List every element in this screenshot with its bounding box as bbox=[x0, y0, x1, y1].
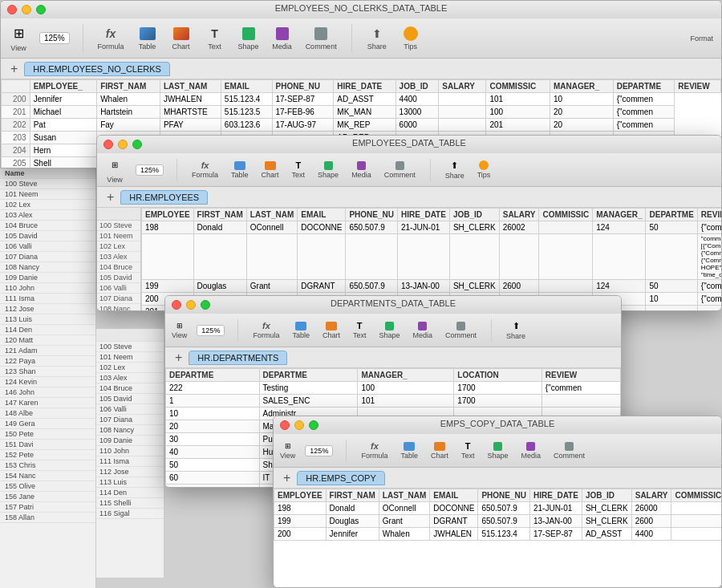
table-row: 200JenniferWhalenJWHALEN515.123.417-SEP-… bbox=[2, 93, 721, 106]
dept-shape-btn[interactable]: Shape bbox=[377, 320, 401, 341]
col-lastname: LAST_NAM bbox=[160, 80, 221, 93]
emps-table-btn[interactable]: Table bbox=[399, 440, 420, 461]
media-btn[interactable]: Media bbox=[270, 24, 294, 52]
formula-btn[interactable]: fx Formula bbox=[96, 24, 126, 52]
emps-media-btn[interactable]: Media bbox=[519, 440, 542, 461]
table-row: 198DonaldOConnellDOCONNE650.507.921-JUN-… bbox=[274, 502, 722, 515]
dept-media-btn[interactable]: Media bbox=[411, 320, 434, 341]
emps-zoom-box[interactable]: 125% bbox=[305, 445, 333, 456]
comment-btn[interactable]: Comment bbox=[304, 24, 339, 52]
left-sidebar: Name 100 Steve 101 Neem 102 Lex 103 Alex… bbox=[0, 168, 96, 588]
dept-col-2: DEPARTME bbox=[259, 369, 358, 382]
add-tab-btn[interactable]: + bbox=[7, 62, 21, 76]
view-section: ⊞ View bbox=[7, 25, 30, 52]
col-salary: SALARY bbox=[439, 80, 486, 93]
emp-min-button[interactable] bbox=[118, 140, 128, 149]
main-tab[interactable]: HR.EMPLOYEES_NO_CLERKS bbox=[24, 62, 170, 76]
emp-comment-btn[interactable]: Comment bbox=[383, 160, 417, 180]
emp-chart-btn[interactable]: Chart bbox=[260, 160, 281, 180]
zoom-box[interactable]: 125% bbox=[39, 32, 70, 44]
emps-window-title: EMPS_COPY_DATA_TABLE bbox=[440, 416, 554, 431]
emps-close-button[interactable] bbox=[280, 420, 290, 430]
table-btn[interactable]: Table bbox=[136, 24, 160, 52]
share-btn[interactable]: ⬆ Share bbox=[365, 24, 389, 52]
emps-comment-btn[interactable]: Comment bbox=[552, 440, 586, 461]
tips-btn[interactable]: Tips bbox=[399, 24, 423, 52]
emp-formula-btn[interactable]: fx Formula bbox=[190, 159, 220, 180]
col-review: REVIEW bbox=[675, 80, 721, 93]
emps-shape-btn[interactable]: Shape bbox=[485, 440, 509, 461]
emp-col-hire: HIRE_DATE bbox=[397, 209, 449, 221]
col-employee: EMPLOYEE_ bbox=[30, 80, 96, 93]
emps-chart-btn[interactable]: Chart bbox=[429, 440, 450, 461]
dept-table-btn[interactable]: Table bbox=[290, 320, 311, 341]
dept-window-title: DEPARTMENTS_DATA_TABLE bbox=[331, 296, 456, 310]
table-row: 1SALES_ENC1011700 bbox=[166, 395, 621, 408]
emps-col-5: PHONE_NU bbox=[478, 489, 530, 502]
dept-tab-bar: + HR.DEPARTMENTS bbox=[165, 347, 621, 368]
emp-text-btn[interactable]: T Text bbox=[290, 159, 307, 180]
shape-btn[interactable]: Shape bbox=[237, 24, 261, 52]
dept-formula-btn[interactable]: fx Formula bbox=[251, 319, 281, 341]
dept-share-btn[interactable]: ⬆ Share bbox=[505, 319, 527, 342]
dept-max-button[interactable] bbox=[201, 300, 210, 310]
emp-col-phone: PHONE_NU bbox=[346, 209, 398, 221]
emp-add-tab-btn[interactable]: + bbox=[103, 190, 117, 205]
emps-text-btn[interactable]: T Text bbox=[460, 440, 477, 461]
max-button[interactable] bbox=[36, 5, 46, 14]
emp-col-last: LAST_NAM bbox=[246, 209, 297, 221]
table-row: 198DonaldOConnellDOCONNE650.507.921-JUN-… bbox=[142, 221, 722, 234]
dept-text-btn[interactable]: T Text bbox=[351, 319, 368, 341]
emp-share-btn[interactable]: ⬆ Share bbox=[444, 159, 466, 181]
emps-max-button[interactable] bbox=[309, 420, 318, 430]
dept-chart-btn[interactable]: Chart bbox=[321, 320, 342, 341]
table-row: 200JenniferWhalenJWHALEN515.123.417-SEP-… bbox=[274, 528, 722, 541]
close-button[interactable] bbox=[7, 5, 17, 14]
emps-copy-window: EMPS_COPY_DATA_TABLE ⊞ View 125% fx Form… bbox=[273, 416, 722, 588]
col-email: EMAIL bbox=[221, 80, 272, 93]
emp-col-review: REVIEW bbox=[697, 209, 721, 221]
dept-add-tab-btn[interactable]: + bbox=[172, 351, 185, 365]
dept-tab[interactable]: HR.DEPARTMENTS bbox=[189, 351, 287, 365]
min-button[interactable] bbox=[22, 5, 31, 14]
emps-col-3: LAST_NAM bbox=[379, 489, 429, 502]
dept-min-button[interactable] bbox=[186, 300, 196, 310]
dept-col-1: DEPARTME bbox=[166, 369, 260, 382]
chart-btn[interactable]: Chart bbox=[169, 24, 193, 52]
table-row: 199DouglasGrantDGRANT650.507.913-JAN-00S… bbox=[142, 280, 722, 293]
emp-tab-bar: + HR.EMPLOYEES bbox=[97, 187, 721, 208]
table-row: "comments":[{"Comment":"drake" {"Comment… bbox=[142, 234, 722, 280]
emp-col-first: FIRST_NAM bbox=[193, 209, 246, 221]
emp-close-button[interactable] bbox=[103, 140, 113, 149]
emp-col-comm: COMMISSIC bbox=[539, 209, 593, 221]
col-header-rownum bbox=[2, 80, 30, 93]
main-tab-bar: + HR.EMPLOYEES_NO_CLERKS bbox=[1, 59, 721, 79]
format-btn[interactable]: Format bbox=[688, 33, 715, 44]
emps-col-8: SALARY bbox=[631, 489, 671, 502]
emps-sheet-table: EMPLOYEE FIRST_NAM LAST_NAM EMAIL PHONE_… bbox=[274, 489, 721, 541]
emp-col-email: EMAIL bbox=[298, 209, 346, 221]
emp-view-label: View bbox=[107, 176, 122, 184]
emp-tab[interactable]: HR.EMPLOYEES bbox=[120, 190, 208, 205]
dept-close-button[interactable] bbox=[172, 300, 181, 310]
emps-formula-btn[interactable]: fx Formula bbox=[359, 440, 389, 461]
emp-shape-btn[interactable]: Shape bbox=[316, 160, 340, 180]
emp-view-icon: ⊞ bbox=[103, 156, 126, 174]
emp-table-btn[interactable]: Table bbox=[229, 160, 250, 180]
col-hiredate: HIRE_DATE bbox=[334, 80, 395, 93]
text-btn[interactable]: T Text bbox=[203, 24, 227, 52]
dept-comment-btn[interactable]: Comment bbox=[444, 320, 478, 341]
emp-zoom-box[interactable]: 125% bbox=[136, 164, 164, 176]
emps-min-button[interactable] bbox=[294, 420, 304, 430]
emps-col-9: COMMISSIC bbox=[671, 489, 721, 502]
col-dept: DEPARTME bbox=[613, 80, 675, 93]
window-title: EMPLOYEES_NO_CLERKS_DATA_TABLE bbox=[275, 1, 448, 15]
emps-tab[interactable]: HR.EMPS_COPY bbox=[297, 471, 384, 485]
emp-tips-btn[interactable]: Tips bbox=[476, 159, 493, 180]
emps-add-tab-btn[interactable]: + bbox=[280, 471, 294, 485]
emp-media-btn[interactable]: Media bbox=[350, 160, 373, 180]
col-firstname: FIRST_NAM bbox=[97, 80, 160, 93]
emp-max-button[interactable] bbox=[132, 140, 142, 149]
dept-zoom-box[interactable]: 125% bbox=[197, 325, 225, 336]
emps-col-1: EMPLOYEE bbox=[274, 489, 327, 502]
